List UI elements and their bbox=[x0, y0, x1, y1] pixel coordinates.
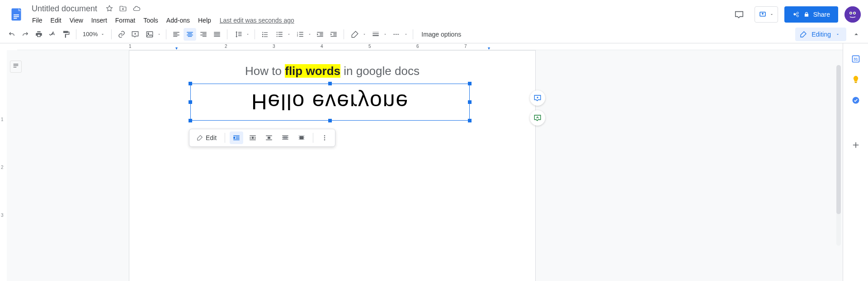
vertical-scrollbar[interactable] bbox=[836, 65, 841, 246]
svg-rect-11 bbox=[146, 32, 153, 37]
share-button[interactable]: Share bbox=[784, 6, 838, 23]
align-justify-icon[interactable] bbox=[211, 28, 223, 41]
paint-format-icon[interactable] bbox=[60, 28, 72, 41]
add-comment-icon[interactable] bbox=[129, 28, 142, 41]
menu-addons[interactable]: Add-ons bbox=[163, 15, 193, 26]
insert-image-icon[interactable] bbox=[142, 28, 155, 41]
keep-app-icon[interactable] bbox=[851, 75, 860, 84]
svg-rect-3 bbox=[14, 18, 17, 19]
menu-insert[interactable]: Insert bbox=[88, 15, 110, 26]
numbered-list-icon[interactable] bbox=[293, 28, 306, 41]
svg-rect-23 bbox=[854, 82, 857, 83]
add-addon-icon[interactable]: ＋ bbox=[850, 137, 861, 152]
svg-rect-1 bbox=[14, 14, 19, 15]
calendar-app-icon[interactable]: 31 bbox=[851, 54, 860, 63]
document-page[interactable]: How to flip words in google docs Hello e… bbox=[129, 50, 536, 281]
vruler-number: 3 bbox=[1, 213, 4, 218]
image-options-button[interactable]: Image options bbox=[417, 29, 466, 40]
heading-highlight: flip words bbox=[285, 64, 340, 78]
ruler-number: 1 bbox=[129, 44, 132, 49]
image-edit-label: Edit bbox=[206, 134, 217, 141]
zoom-select[interactable]: 100% bbox=[80, 28, 108, 41]
flipped-text-content: Hello everyone bbox=[190, 84, 470, 121]
suggest-edit-bubble-icon[interactable] bbox=[530, 110, 545, 126]
svg-point-13 bbox=[276, 32, 277, 33]
border-color-icon[interactable] bbox=[348, 28, 360, 41]
align-right-icon[interactable] bbox=[197, 28, 210, 41]
editing-mode-switch[interactable]: Editing bbox=[795, 28, 846, 41]
dropdown-arrow-icon[interactable] bbox=[382, 33, 388, 36]
dropdown-arrow-icon[interactable] bbox=[307, 33, 313, 36]
svg-rect-17 bbox=[300, 136, 304, 140]
margin-comment-buttons bbox=[530, 90, 545, 126]
add-comment-bubble-icon[interactable] bbox=[530, 90, 545, 106]
open-comments-icon[interactable] bbox=[730, 5, 748, 23]
border-dash-icon[interactable] bbox=[389, 28, 402, 41]
decrease-indent-icon[interactable] bbox=[314, 28, 326, 41]
redo-icon[interactable] bbox=[19, 28, 32, 41]
ruler-number: 6 bbox=[416, 44, 419, 49]
tasks-app-icon[interactable] bbox=[851, 96, 860, 105]
behind-text-icon[interactable] bbox=[278, 131, 292, 144]
bulleted-list-icon[interactable] bbox=[272, 28, 285, 41]
toolbar-separator bbox=[255, 29, 255, 39]
avatar[interactable] bbox=[844, 6, 861, 23]
image-edit-button[interactable]: Edit bbox=[193, 132, 220, 143]
menu-edit[interactable]: Edit bbox=[47, 15, 65, 26]
ruler-number: 5 bbox=[368, 44, 371, 49]
document-outline-icon[interactable] bbox=[10, 61, 22, 73]
wrap-inline-icon[interactable] bbox=[230, 131, 243, 144]
horizontal-ruler[interactable]: 1 ▾ 2 3 4 5 6 7 ▾ bbox=[17, 43, 843, 50]
zoom-value: 100% bbox=[83, 31, 98, 37]
spellcheck-icon[interactable] bbox=[46, 28, 59, 41]
dropdown-arrow-icon[interactable] bbox=[286, 33, 292, 36]
in-front-text-icon[interactable] bbox=[295, 131, 308, 144]
dropdown-arrow-icon[interactable] bbox=[156, 33, 162, 36]
increase-indent-icon[interactable] bbox=[327, 28, 340, 41]
scroll-thumb[interactable] bbox=[836, 65, 841, 214]
last-edit-text[interactable]: Last edit was seconds ago bbox=[220, 17, 294, 24]
toolbar-separator bbox=[313, 133, 313, 143]
app-header: Untitled document File Edit View Insert … bbox=[0, 0, 868, 25]
editing-mode-label: Editing bbox=[811, 31, 831, 38]
docs-logo[interactable] bbox=[7, 5, 25, 23]
menu-file[interactable]: File bbox=[29, 15, 46, 26]
vruler-number: 2 bbox=[1, 165, 4, 170]
wrap-text-icon[interactable] bbox=[246, 131, 259, 144]
selected-image[interactable]: Hello everyone Edit bbox=[190, 84, 470, 121]
share-button-label: Share bbox=[813, 11, 830, 18]
ruler-number: 7 bbox=[464, 44, 467, 49]
move-to-folder-icon[interactable] bbox=[119, 5, 127, 13]
menu-help[interactable]: Help bbox=[195, 15, 214, 26]
dropdown-arrow-icon[interactable] bbox=[361, 33, 368, 36]
print-icon[interactable] bbox=[33, 28, 45, 41]
dropdown-arrow-icon[interactable] bbox=[245, 33, 251, 36]
present-button[interactable] bbox=[755, 6, 778, 23]
document-title[interactable]: Untitled document bbox=[29, 3, 100, 14]
cloud-status-icon[interactable] bbox=[132, 5, 141, 13]
more-options-icon[interactable] bbox=[318, 131, 331, 144]
border-weight-icon[interactable] bbox=[368, 28, 381, 41]
menu-view[interactable]: View bbox=[66, 15, 86, 26]
hide-menus-icon[interactable] bbox=[850, 28, 863, 41]
align-left-icon[interactable] bbox=[170, 28, 183, 41]
star-icon[interactable] bbox=[105, 5, 113, 13]
menu-format[interactable]: Format bbox=[112, 15, 138, 26]
svg-point-15 bbox=[276, 36, 277, 37]
undo-icon[interactable] bbox=[5, 28, 18, 41]
svg-point-20 bbox=[324, 139, 326, 140]
document-heading[interactable]: How to flip words in google docs bbox=[161, 64, 504, 78]
insert-link-icon[interactable] bbox=[115, 28, 128, 41]
menu-tools[interactable]: Tools bbox=[140, 15, 161, 26]
heading-text-pre: How to bbox=[245, 64, 285, 78]
vertical-ruler[interactable]: 1 2 3 bbox=[0, 50, 7, 281]
toolbar-separator bbox=[111, 29, 112, 39]
menu-bar: File Edit View Insert Format Tools Add-o… bbox=[29, 15, 294, 26]
align-center-icon[interactable] bbox=[184, 28, 196, 41]
dropdown-arrow-icon[interactable] bbox=[403, 33, 409, 36]
break-text-icon[interactable] bbox=[262, 131, 276, 144]
ruler-number: 4 bbox=[321, 44, 323, 49]
checklist-icon[interactable] bbox=[259, 28, 271, 41]
svg-point-6 bbox=[844, 6, 861, 23]
line-spacing-icon[interactable] bbox=[231, 28, 244, 41]
